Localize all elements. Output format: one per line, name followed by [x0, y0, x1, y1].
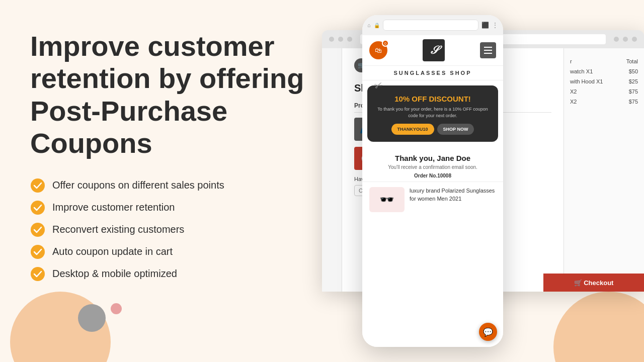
mobile-browser-bar: ⌂ 🔒 ⬛ ⋮ — [362, 15, 503, 35]
browser-btn-2 — [623, 37, 628, 42]
mobile-home-icon: ⌂ — [367, 22, 371, 28]
totals-row-1: watch X1 $50 — [570, 68, 638, 74]
coupon-code-button[interactable]: THANKYOU10 — [391, 124, 434, 135]
totals-item-2: with Hood X1 — [570, 78, 603, 84]
coupon-popup-title: 10% OFF DISCOUNT! — [374, 95, 491, 103]
bg-circle-gray — [78, 304, 106, 332]
menu-line-1 — [484, 47, 492, 48]
check-icon — [30, 266, 45, 282]
check-icon — [30, 222, 45, 237]
product-rec-image: 🕶️ — [369, 187, 405, 212]
right-section: 🛒 Home Blog Shop A Shopping Cart Product… — [252, 0, 644, 362]
shop-bag-icon[interactable]: 🛍 0 — [369, 41, 387, 59]
check-icon — [30, 178, 45, 193]
mobile-browser-icons: ⬛ ⋮ — [481, 22, 498, 29]
chat-bubble[interactable]: 💬 — [479, 323, 497, 341]
svg-point-1 — [31, 201, 45, 215]
svg-point-4 — [31, 267, 45, 281]
totals-item-4: X2 — [570, 99, 577, 105]
order-number: Order No.10008 — [369, 173, 496, 178]
totals-row-2: with Hood X1 $25 — [570, 78, 638, 84]
svg-point-2 — [31, 223, 45, 237]
mobile-lock-icon: 🔒 — [374, 23, 380, 28]
product-recommendation[interactable]: 🕶️ luxury brand Polarized Sunglasses for… — [362, 182, 503, 217]
totals-price-1: $50 — [629, 68, 638, 74]
totals-price-3: $75 — [629, 88, 638, 95]
feature-text: Offer coupons on different sales points — [52, 179, 224, 191]
totals-row-3: X2 $75 — [570, 88, 638, 95]
shop-header: 🛍 0 𝒮 — [362, 35, 503, 66]
browser-btn-1 — [614, 37, 619, 42]
svg-point-3 — [31, 245, 45, 259]
totals-item-3: X2 — [570, 88, 577, 95]
shop-logo-letter: 𝒮 — [430, 44, 438, 57]
thankyou-title: Thank you, Jane Doe — [369, 154, 496, 162]
shop-menu-icon[interactable] — [480, 42, 496, 58]
coupon-btns: THANKYOU10 SHOP NOW — [374, 124, 491, 135]
browser-dot-3 — [347, 37, 352, 42]
feature-text: Desktop & mobile optimized — [52, 268, 177, 280]
shop-bag-badge: 0 — [382, 40, 389, 47]
shop-now-button[interactable]: SHOP NOW — [437, 124, 474, 135]
coupon-popup: ✂ 10% OFF DISCOUNT! To thank you for you… — [367, 85, 498, 142]
totals-row-4: X2 $75 — [570, 99, 638, 105]
mobile-mockup: ⌂ 🔒 ⬛ ⋮ 🛍 0 𝒮 — [362, 15, 503, 347]
mobile-more-icon[interactable]: ⋮ — [492, 22, 498, 29]
browser-dot-1 — [329, 37, 334, 42]
menu-line-2 — [484, 50, 492, 51]
browser-btn-3 — [632, 37, 637, 42]
browser-dot-2 — [338, 37, 343, 42]
mobile-content: 🛍 0 𝒮 SUNGLASSES SHOP ✂ 10% OFF DISCOUNT… — [362, 35, 503, 347]
mobile-url-bar[interactable] — [383, 20, 478, 31]
feature-text: Improve customer retention — [52, 202, 175, 213]
totals-col-r: r — [570, 58, 572, 64]
totals-col-total: Total — [626, 58, 638, 64]
check-icon — [30, 200, 45, 215]
totals-price-2: $25 — [629, 78, 638, 84]
check-icon — [30, 244, 45, 259]
desktop-right-col: r Total watch X1 $50 with Hood X1 $25 X2… — [564, 48, 644, 292]
totals-item-1: watch X1 — [570, 68, 593, 74]
totals-price-4: $75 — [629, 99, 638, 105]
desktop-sidebar — [322, 48, 342, 292]
feature-text: Reconvert existing customers — [52, 224, 184, 235]
checkout-bar[interactable]: 🛒 Checkout — [564, 274, 644, 292]
scissors-icon: ✂ — [372, 78, 384, 93]
thankyou-subtitle: You'll receive a confirmation email soon… — [369, 164, 496, 170]
totals-header: r Total — [570, 58, 638, 64]
thankyou-section: Thank you, Jane Doe You'll receive a con… — [362, 147, 503, 182]
bg-circle-pink — [111, 303, 122, 314]
mobile-tab-icon[interactable]: ⬛ — [481, 22, 489, 29]
menu-line-3 — [484, 53, 492, 54]
shop-name: SUNGLASSES SHOP — [362, 66, 503, 80]
coupon-popup-text: To thank you for your order, here is a 1… — [374, 106, 491, 119]
feature-text: Auto coupon update in cart — [52, 246, 173, 257]
shop-logo: 𝒮 — [423, 39, 445, 61]
product-rec-title: luxury brand Polarized Sunglasses for wo… — [410, 187, 496, 203]
svg-point-0 — [31, 178, 45, 193]
